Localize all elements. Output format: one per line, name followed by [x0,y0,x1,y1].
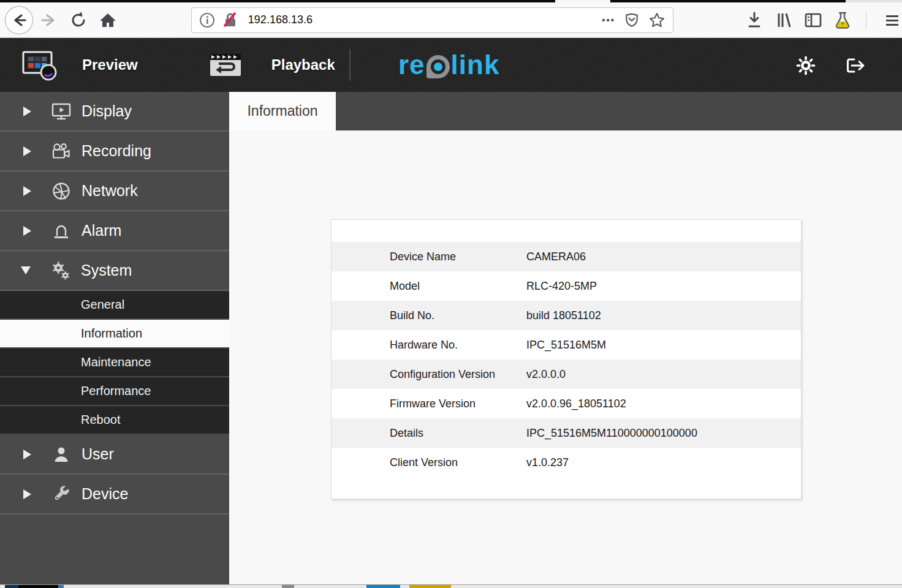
subitem-label: Maintenance [81,355,151,369]
row-label: Details [332,427,526,440]
row-label: Firmware Version [332,398,526,410]
taskbar-segment [282,585,294,588]
taskbar-segment [366,585,400,588]
pocket-icon[interactable] [624,12,640,28]
recording-icon [51,142,72,160]
playback-label: Playback [271,56,335,74]
subitem-label: Reboot [81,413,121,427]
sidebar-item-recording[interactable]: Recording [0,132,229,172]
row-value: v2.0.0.0 [526,368,801,381]
subitem-label: General [81,298,124,312]
home-icon [98,10,118,30]
chevron-right-icon [23,226,31,236]
system-icon [50,260,71,281]
insecure-lock-icon[interactable] [221,11,240,29]
download-button[interactable] [745,10,764,30]
table-row: Client Version v1.0.237 [332,448,801,477]
tab-information[interactable]: Information [229,92,336,130]
playback-tab[interactable]: Playback [207,48,335,82]
playback-icon [207,48,244,82]
system-submenu: General Information Maintenance Performa… [0,291,229,435]
sidebar-toggle-button[interactable] [803,10,823,30]
home-button[interactable] [98,10,118,30]
row-value: v2.0.0.96_18051102 [526,398,801,410]
menu-icon [882,10,902,30]
preview-tab[interactable]: Preview [20,47,138,83]
sidebar-subitem-information[interactable]: Information [0,320,229,349]
sidebar-toggle-icon [803,10,823,30]
table-row: Firmware Version v2.0.0.96_18051102 [332,389,801,418]
library-icon [774,10,794,30]
sidebar-item-alarm[interactable]: Alarm [0,211,229,251]
bookmark-star-icon[interactable] [648,12,665,29]
alarm-icon [51,221,72,241]
forward-button[interactable] [39,10,58,30]
chevron-right-icon [23,489,31,499]
tab-label: Information [247,103,317,119]
settings-button[interactable] [795,55,816,76]
logo-text-re: re [398,49,425,81]
library-button[interactable] [774,10,794,30]
browser-toolbar: 192.168.13.6 ••• [0,2,902,38]
logout-icon [844,55,866,76]
logo-pin-icon [426,55,450,78]
user-icon [51,445,72,464]
sidebar-item-system[interactable]: System [0,251,229,291]
settings-sidebar: Display Recording Network Alarm [0,92,229,584]
taskbar-segment [409,585,451,588]
sidebar-item-label: User [81,445,114,463]
table-row: Hardware No. IPC_51516M5M [332,330,801,360]
reolink-logo: re link [398,49,499,81]
chevron-right-icon [23,186,31,196]
flask-button[interactable] [833,10,852,30]
chevron-right-icon [23,450,31,459]
sidebar-subitem-performance[interactable]: Performance [0,377,229,406]
sidebar-item-device[interactable]: Device [0,475,229,514]
table-row: Build No. build 18051102 [332,301,801,330]
sidebar-item-user[interactable]: User [0,435,229,475]
sidebar-subitem-general[interactable]: General [0,291,229,320]
row-value: CAMERA06 [526,251,801,263]
menu-button[interactable] [882,10,902,30]
info-icon[interactable] [199,12,215,28]
chevron-right-icon [23,146,31,156]
device-info-table: Device Name CAMERA06 Model RLC-420-5MP B… [331,219,802,499]
sidebar-item-display[interactable]: Display [0,92,229,132]
settings-gear-icon [795,55,816,76]
row-label: Device Name [332,251,526,263]
reload-icon [69,10,88,30]
logout-button[interactable] [844,55,866,76]
sidebar-item-label: Device [81,485,128,503]
back-icon [9,10,29,30]
flask-icon [833,10,852,30]
page-actions-icon[interactable]: ••• [602,15,615,25]
url-text[interactable]: 192.168.13.6 [248,13,602,26]
table-row: Model RLC-420-5MP [332,271,801,301]
main-panel: Information Device Name CAMERA06 Model R… [229,92,902,584]
sidebar-subitem-reboot[interactable]: Reboot [0,406,229,435]
toolbar-divider [866,12,866,29]
sidebar-item-network[interactable]: Network [0,172,229,211]
sidebar-subitem-maintenance[interactable]: Maintenance [0,349,229,377]
back-button[interactable] [5,6,33,34]
preview-label: Preview [82,56,138,74]
download-icon [745,10,764,30]
sidebar-item-label: Alarm [81,222,121,239]
screen: 192.168.13.6 ••• [0,0,902,588]
row-label: Hardware No. [332,339,526,352]
content-area: Device Name CAMERA06 Model RLC-420-5MP B… [229,130,902,584]
row-label: Client Version [332,456,526,469]
sidebar-item-label: Recording [81,142,151,160]
taskbar-segment [18,585,58,588]
device-icon [51,485,72,503]
url-bar[interactable]: 192.168.13.6 ••• [191,7,673,33]
sidebar-item-label: System [81,262,132,279]
row-value: build 18051102 [526,309,801,322]
reload-button[interactable] [69,10,88,30]
display-icon [51,102,72,121]
taskbar-segment [5,585,18,588]
subitem-label: Information [81,326,142,341]
taskbar-edge [0,584,902,588]
subitem-label: Performance [81,384,151,398]
row-value: IPC_51516M5M110000000100000 [526,427,801,440]
